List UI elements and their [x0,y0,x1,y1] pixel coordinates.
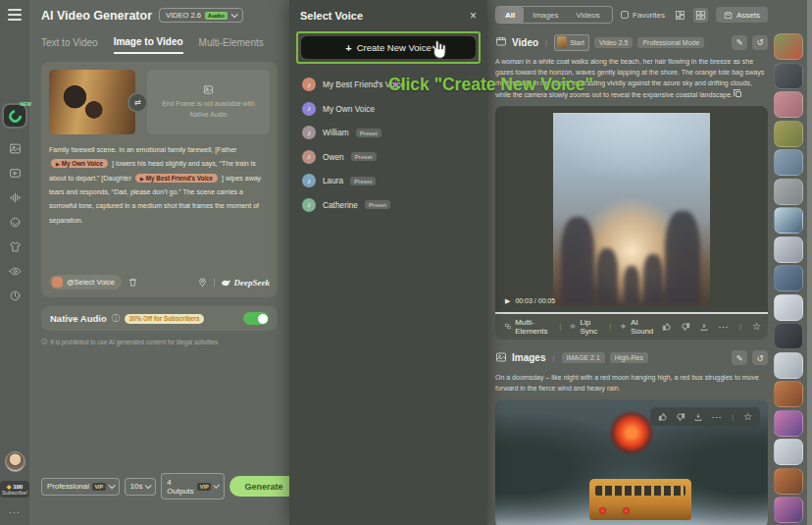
filter-images[interactable]: Images [524,7,567,23]
app-logo-icon[interactable]: NEW [4,105,25,127]
lip-sync-button[interactable]: Lip Sync [570,318,600,336]
voice-name: William [323,128,349,137]
star-icon[interactable]: ☆ [752,321,761,332]
asset-thumbnail-yellow-green[interactable] [774,121,803,147]
voice-item-catherine[interactable]: ♪CatherinePreset [302,198,475,212]
thumbs-up-icon[interactable] [662,322,672,332]
asset-thumbnail-portrait-dark[interactable] [774,63,803,89]
tab-image-to-video[interactable]: Image to Video [114,36,183,54]
eye-tool-icon[interactable] [9,265,22,278]
delete-voice-icon[interactable] [127,277,138,288]
asset-thumbnail-dark-figure[interactable] [774,323,803,349]
subscribe-badge[interactable]: ◆ 100 Subscribe! [0,481,29,498]
divider: | [739,322,741,331]
voice-name: Laura [323,176,343,185]
start-frame-chip[interactable]: Start [554,34,589,51]
voice-item-william[interactable]: ♪WilliamPreset [302,126,475,139]
prompt-textarea[interactable]: Family farewell scene. In an emotional f… [49,143,270,228]
outputs-dropdown[interactable]: 4 Outputs VIP [161,473,224,499]
duration-dropdown[interactable]: 10s [125,478,157,496]
more-icon[interactable]: ··· [718,322,729,332]
high-res-badge: High-Res [610,352,648,363]
asset-thumbnail-orange-scene[interactable] [774,381,803,407]
model-audio-badge: Audio [205,12,228,20]
voice-name: Catherine [323,200,358,210]
asset-thumbnail-figure-blue[interactable] [774,265,803,291]
favorites-filter[interactable]: Favorites [621,11,665,20]
asset-thumbnail-pink-purple-2[interactable] [774,497,803,523]
location-pin-icon[interactable] [197,277,208,288]
wardrobe-tool-icon[interactable] [9,240,22,253]
asset-thumbnail-flowers[interactable] [774,33,803,60]
end-frame-dropzone[interactable]: End Frame is not available with Native A… [147,70,270,134]
native-audio-toggle[interactable] [243,312,269,325]
video-player[interactable]: ▶ 00:03 / 00:05 [495,106,768,312]
asset-thumbnail-cloud-moon[interactable] [774,294,803,321]
quality-dropdown[interactable]: Professional VIP [41,478,120,496]
asset-thumbnail-whale[interactable] [774,207,803,234]
copy-icon[interactable] [736,91,741,97]
asset-thumbnail-pink-floral[interactable] [774,91,803,118]
audio-tool-icon[interactable] [9,191,22,204]
download-icon[interactable] [699,322,709,332]
thumbs-up-icon[interactable] [658,412,668,422]
model-selector[interactable]: VIDEO 2.6 Audio [159,8,243,23]
scrollbar[interactable] [807,0,812,525]
close-icon[interactable]: × [470,9,477,23]
tab-multi-elements[interactable]: Multi-Elements [199,37,264,53]
asset-thumbnail-pink-purple[interactable] [774,410,803,437]
asset-thumbnail-bird[interactable] [774,149,803,176]
voice-tag-my-own-voice[interactable]: ▶My Own Voice [51,159,108,168]
generated-image[interactable]: ··· | ☆ [495,399,768,525]
download-icon[interactable] [693,412,703,422]
asset-thumbnail-cloud-2[interactable] [774,439,803,465]
select-voice-button[interactable]: @Select Voice [49,275,122,289]
star-icon[interactable]: ☆ [743,411,752,422]
menu-icon[interactable] [8,9,22,21]
voice-item-my-best-friend-s-voice[interactable]: ♪My Best Friend's Voice [302,78,475,91]
user-avatar[interactable] [5,451,25,472]
info-icon[interactable]: ⓘ [112,313,120,324]
edit-prompt-icon[interactable]: ✎ [732,350,747,365]
outputs-value: 4 Outputs [167,478,194,496]
image-tool-icon[interactable] [9,142,22,155]
regenerate-icon[interactable]: ↺ [752,35,768,50]
video-frame [553,113,710,305]
multi-elements-button[interactable]: Multi-Elements [505,318,550,336]
vip-badge: VIP [197,483,211,491]
create-new-voice-button[interactable]: + Create New Voice [301,36,476,59]
grid-view-icon[interactable] [693,8,708,23]
ai-sound-button[interactable]: AI Sound [620,318,655,336]
thumbs-down-icon[interactable] [676,412,685,422]
more-menu-icon[interactable]: ··· [9,507,21,517]
voice-tag-my-best-friend-s-voice[interactable]: ▶My Best Friend's Voice [135,174,218,183]
voice-item-my-own-voice[interactable]: ♪My Own Voice [302,102,475,116]
assets-button[interactable]: Assets [716,7,768,23]
voice-item-owen[interactable]: ♪OwenPreset [302,150,475,164]
voice-item-laura[interactable]: ♪LauraPreset [302,174,475,187]
filter-all[interactable]: All [496,7,524,23]
filter-videos[interactable]: Videos [567,7,608,23]
generate-button[interactable]: Generate [229,476,299,497]
edit-prompt-icon[interactable]: ✎ [732,35,747,50]
asset-thumbnail-orange-scene-2[interactable] [774,468,803,495]
folder-icon [724,11,733,20]
swap-frames-icon[interactable]: ⇄ [129,94,146,111]
deepseek-brand: DeepSeek [221,278,270,288]
thumbs-down-icon[interactable] [681,322,690,332]
sticker-tool-icon[interactable] [9,216,22,229]
filter-audio[interactable]: Audio [609,7,613,23]
video-tool-icon[interactable] [9,167,22,180]
asset-thumbnail-rocket[interactable] [774,236,803,263]
start-frame-image[interactable] [49,70,135,134]
history-icon[interactable] [9,289,22,302]
more-icon[interactable]: ··· [711,412,722,422]
tab-text-to-video[interactable]: Text to Video [41,37,98,53]
checkbox-icon[interactable] [621,11,629,19]
play-icon[interactable]: ▶ [505,297,510,305]
asset-thumbnail-rocks[interactable] [774,179,803,205]
duration-value: 10s [130,482,143,491]
regenerate-icon[interactable]: ↺ [752,350,768,365]
asset-thumbnail-cloud[interactable] [774,352,803,379]
masonry-view-icon[interactable] [673,8,687,23]
